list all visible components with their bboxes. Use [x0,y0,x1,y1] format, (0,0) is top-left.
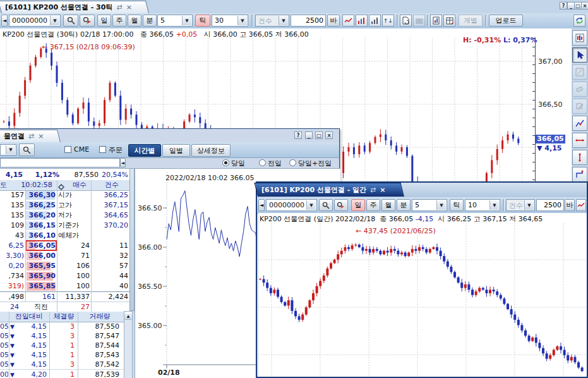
chevron-down-icon[interactable]: ▼ [50,16,59,25]
vertical-line-tool[interactable] [572,150,587,165]
quote-pane: 4,15 1,12% 87,550 20,54% 도 10:02:58 매수 건… [0,168,129,378]
refresh-button[interactable] [573,15,585,27]
chevron-down-icon[interactable]: ▼ [237,16,247,25]
help-button[interactable]: ? [560,2,567,9]
period-minute-button[interactable]: 분 [143,15,157,27]
radio-today-selected[interactable] [222,159,229,166]
bar-chart-button[interactable] [369,15,381,27]
polyline-tool[interactable] [572,167,587,182]
minimize-button[interactable]: _ [305,131,313,139]
period-week-button[interactable]: 주 [112,15,126,27]
tab-timewise-active[interactable]: 시간별 [128,144,161,157]
radio-both[interactable] [289,159,296,166]
ask-row[interactable]: 157 366,30 시가 366,25 [0,190,129,200]
tab-detail[interactable]: 상세정보 [191,144,231,157]
bar-apply-button[interactable]: 바 [565,199,575,211]
swap-icon[interactable]: ⇄ [370,186,376,194]
order-checkbox[interactable] [99,146,106,153]
new-document-button[interactable] [400,15,412,27]
bar-count-input[interactable] [291,15,326,27]
search-button[interactable] [63,15,78,27]
period-day-button[interactable]: 일 [97,15,111,27]
bid-row[interactable]: 3,30) 366,00 71 32 [0,251,129,261]
code-combo[interactable]: 00000000 ▼ [266,199,317,211]
change-value: -4,15 [416,215,433,223]
close-button[interactable]: × [325,131,333,139]
bid-row-current[interactable]: 6,25 366,05 24 11 [0,241,129,251]
nav-left-button[interactable]: ◄ [258,199,265,211]
bid-row[interactable]: 319) 365,85 100 40 [0,281,129,291]
minute-period-combo[interactable]: 5 ▼ [412,199,447,211]
bar-count-input[interactable] [536,199,564,211]
period-minute-button[interactable]: 분 [397,199,411,211]
tab-close-icon[interactable]: × [38,132,44,140]
trendline-tool-button[interactable] [576,199,586,211]
report-chart-button[interactable] [430,15,442,27]
period-tick-button[interactable]: 틱 [195,15,210,27]
search-recent-button[interactable] [80,15,95,27]
minute-period-combo[interactable]: 5 ▼ [157,15,193,27]
tab-close-icon[interactable]: × [126,3,132,11]
swap-icon[interactable]: ⇄ [28,132,34,140]
cursor-tool-selected[interactable] [572,47,587,63]
trendline-tool-button[interactable] [342,15,354,27]
close-button[interactable]: × [581,2,588,9]
pane-splitter[interactable] [129,168,135,311]
code-combo-partial[interactable]: ▼ [0,144,16,155]
nav-left-button[interactable]: ◄ [1,15,8,27]
desktop: [6101] KP200 선물연결 - 30틱 ⇄ × ? _ □ × ◄ 00… [0,0,588,378]
volume-chart-button[interactable] [356,15,368,27]
scroll-up-button[interactable]: ▲ [124,312,132,320]
radio-prevday[interactable] [259,159,266,166]
help-button[interactable]: ? [294,131,302,139]
tick-period-combo[interactable]: 10 ▼ [465,199,500,211]
horizontal-line-tool[interactable] [572,133,587,148]
period-month-button[interactable]: 월 [128,15,141,27]
ask-row[interactable]: 43 366,10 예체가 [0,231,129,241]
chevron-down-icon[interactable]: ▼ [6,145,15,154]
quote-window-title-tab[interactable]: 물연결 ⇄ × [0,130,61,142]
quote-filter-input[interactable] [0,158,120,168]
grid-table-button[interactable] [443,15,455,27]
period-month-button[interactable]: 월 [381,199,395,211]
bid-row[interactable]: 0,20 365,95 106 57 [0,261,129,271]
swap-icon[interactable]: ⇄ [116,3,122,11]
ask-row[interactable]: 135 366,20 저가 364,65 [0,210,129,221]
exec-scrollbar[interactable]: ▲ [124,311,133,378]
search-button[interactable] [319,199,333,211]
sort-updown-button[interactable]: ↑↓ [382,15,394,27]
maximize-button[interactable]: □ [315,131,323,139]
daily-window-title-tab[interactable]: [6101] KP200 선물연결 - 일간 ⇄ × [258,183,404,197]
collapse-left-button[interactable]: ◄ [120,158,126,168]
period-day-button-active[interactable]: 일 [351,199,365,211]
col-buy: 매수 [68,180,91,190]
chevron-down-icon[interactable]: ▼ [306,200,316,210]
search-button[interactable] [19,143,35,156]
bid-row[interactable]: ,734 365,90 100 44 [0,271,129,281]
chevron-down-icon[interactable]: ▼ [436,200,446,210]
chevron-down-icon: ▼ [279,16,288,25]
period-tick-button[interactable]: 틱 [450,199,464,211]
period-week-button[interactable]: 주 [366,199,380,211]
tab-daily[interactable]: 일별 [162,144,190,157]
ask-row[interactable]: 109 366,15 기준가 370,20 [0,221,129,231]
chevron-down-icon[interactable]: ▼ [489,200,499,210]
tick-period-combo[interactable]: 30 ▼ [212,15,248,27]
main-window-title-tab[interactable]: [6101] KP200 선물연결 - 30틱 ⇄ × [1,1,149,13]
down-triangle-icon: ▼ [10,341,16,351]
chevron-down-icon[interactable]: ▼ [182,16,191,25]
trendline-icon [344,17,352,24]
pattern-grid-tool[interactable] [572,30,587,46]
indicator-tool[interactable] [572,116,587,131]
ask-row[interactable]: 135 366,25 고가 367,15 [0,200,129,210]
pencil-icon [575,102,584,111]
daily-chart-canvas[interactable] [258,223,587,377]
tick-period-value: 10 [468,201,477,209]
totals-row: ,498 161 11,337 2,424 [0,291,129,302]
upload-button[interactable]: 업로드 [489,15,523,27]
tab-close-icon[interactable]: × [380,186,385,194]
search-recent-button[interactable] [334,199,348,211]
code-combo[interactable]: 00000000 ▼ [9,15,61,27]
bar-apply-button[interactable]: 바 [327,15,340,27]
cme-checkbox[interactable] [64,146,71,153]
